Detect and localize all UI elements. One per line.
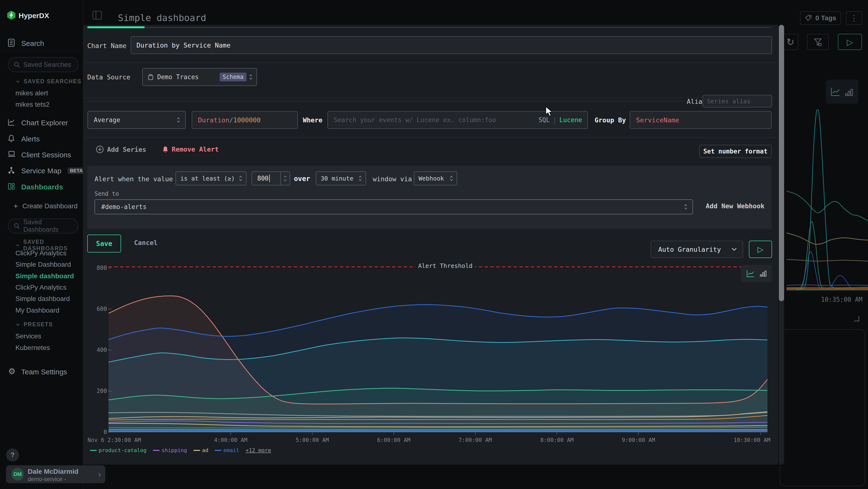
- alert-condition-select[interactable]: is at least (≥): [176, 171, 246, 185]
- webhook-select[interactable]: #demo-alerts: [94, 199, 693, 214]
- window-via-label: window via: [373, 175, 412, 183]
- dashboard-list-item[interactable]: Simple Dashboard: [16, 261, 71, 268]
- sql-mode-button[interactable]: SQL: [538, 116, 550, 123]
- sidebar-item-alerts[interactable]: Alerts: [21, 135, 40, 143]
- beta-badge: BETA: [67, 168, 85, 174]
- database-icon: [148, 74, 154, 80]
- divider: [83, 62, 778, 63]
- data-source-select[interactable]: Demo Traces Schema: [142, 68, 257, 86]
- sidebar-item-client-sessions[interactable]: Client Sessions: [21, 151, 71, 159]
- page-title: Simple dashboard: [118, 12, 206, 23]
- run-query-button[interactable]: ▷: [838, 34, 862, 50]
- legend-item[interactable]: shipping: [153, 447, 187, 453]
- legend-more-button[interactable]: +12 more: [245, 447, 271, 453]
- where-label: Where: [303, 116, 322, 124]
- chart-name-input[interactable]: [131, 37, 772, 54]
- sidebar-collapse-button[interactable]: [93, 11, 102, 20]
- create-dashboard-button[interactable]: + Create Dashboard: [13, 202, 78, 210]
- x-tick-label: 9:00:00 AM: [607, 437, 670, 443]
- brand-name: HyperDX: [19, 11, 49, 20]
- sidebar-item-chart-explorer[interactable]: Chart Explorer: [21, 119, 68, 127]
- x-tick-label: 5:00:00 AM: [281, 437, 344, 443]
- alert-channel-select[interactable]: Webhook: [414, 171, 457, 185]
- chart-name-input-wrap: [131, 36, 772, 54]
- filter-button[interactable]: [807, 34, 829, 50]
- saved-searches-placeholder: Saved Searches: [23, 61, 71, 68]
- saved-dashboards-input[interactable]: Saved Dashboards: [8, 219, 79, 233]
- field-expression-input[interactable]: Duration/1000000: [192, 111, 298, 129]
- run-chart-button[interactable]: ▷: [749, 241, 772, 258]
- granularity-select[interactable]: Auto Granularity: [651, 241, 743, 258]
- sidebar-item-service-map[interactable]: Service Map: [21, 167, 61, 175]
- legend-swatch: [153, 450, 160, 451]
- dashboard-list-item[interactable]: ClickPy Analytics: [16, 284, 66, 291]
- saved-searches-input[interactable]: Saved Searches: [8, 57, 79, 72]
- drawer-scrollbar-thumb[interactable]: [779, 25, 784, 301]
- saved-search-item[interactable]: mikes tets2: [16, 100, 50, 108]
- alias-input[interactable]: [703, 95, 772, 107]
- preset-item-kubernetes[interactable]: Kubernetes: [16, 344, 50, 352]
- gear-icon: ⚙: [8, 366, 16, 376]
- number-spinner[interactable]: [280, 172, 289, 185]
- dashboard-list-item[interactable]: ClickPy Analytics: [16, 249, 66, 257]
- saved-dashboards-placeholder: Saved Dashboards: [23, 219, 78, 233]
- group-by-input[interactable]: ServiceName: [630, 111, 772, 129]
- lucene-mode-button[interactable]: Lucene: [559, 116, 582, 123]
- cancel-button[interactable]: Cancel: [134, 239, 158, 247]
- sidebar-item-team-settings[interactable]: Team Settings: [21, 368, 67, 376]
- line-chart-icon: [830, 86, 841, 97]
- aggregation-select[interactable]: Average: [88, 111, 186, 129]
- add-new-webhook-button[interactable]: Add New Webhook: [706, 202, 765, 210]
- dashboard-list-item[interactable]: My Dashboard: [16, 307, 59, 314]
- preset-item-services[interactable]: Services: [16, 333, 41, 340]
- legend-swatch: [90, 450, 97, 451]
- spinner-up-icon: [283, 175, 287, 178]
- legend-swatch: [193, 450, 200, 451]
- sidebar-item-dashboards[interactable]: Dashboards: [21, 183, 63, 191]
- alias-input-wrap: [703, 95, 772, 107]
- kebab-menu-button[interactable]: ⋮: [846, 11, 862, 25]
- duration-chart[interactable]: [108, 268, 768, 436]
- save-button[interactable]: Save: [87, 235, 121, 253]
- saved-searches-header[interactable]: SAVED SEARCHES: [16, 78, 82, 85]
- tab-track: [145, 27, 772, 28]
- legend-item[interactable]: ad: [193, 447, 209, 453]
- alert-window-select[interactable]: 30 minute: [316, 171, 366, 185]
- alert-threshold-input[interactable]: 800: [251, 171, 290, 185]
- dashboard-list-item[interactable]: Simple dashboard: [16, 295, 70, 303]
- help-button[interactable]: ?: [6, 449, 19, 461]
- select-updown-icon: [450, 175, 453, 181]
- drawer-scrollbar-track[interactable]: [779, 25, 784, 465]
- dashboard-list-item-active[interactable]: Simple dashboard: [16, 272, 74, 280]
- search-nav-icon: [8, 39, 15, 47]
- mouse-cursor: [546, 106, 555, 117]
- refresh-button[interactable]: ↻: [782, 34, 798, 50]
- hyperdx-logo-icon: [7, 10, 16, 20]
- select-updown-icon: [358, 175, 362, 181]
- chevron-down-icon: [16, 323, 20, 326]
- select-updown-icon: [177, 117, 180, 123]
- sidebar-divider: [0, 51, 83, 51]
- legend-item[interactable]: product-catalog: [90, 447, 147, 453]
- alert-bell-icon: [162, 146, 169, 153]
- y-tick-label: 0: [88, 429, 107, 435]
- chart-explorer-icon: [8, 119, 15, 127]
- tags-button[interactable]: 0 Tags: [800, 11, 841, 25]
- legend-item[interactable]: email: [215, 447, 239, 453]
- resize-handle-icon[interactable]: [854, 316, 859, 322]
- avatar: DM: [11, 468, 24, 481]
- sidebar-item-search[interactable]: Search: [21, 39, 44, 48]
- presets-header[interactable]: PRESETS: [16, 321, 53, 328]
- add-series-button[interactable]: Add Series: [96, 146, 146, 153]
- bg-chart-type-toggle[interactable]: [826, 80, 858, 104]
- remove-alert-button[interactable]: Remove Alert: [162, 146, 219, 153]
- user-card[interactable]: DM Dale McDiarmid demo-service - ›: [6, 465, 105, 483]
- client-sessions-icon: [8, 151, 16, 159]
- service-map-icon: [8, 167, 15, 175]
- saved-search-item[interactable]: mikes alert: [16, 89, 48, 97]
- divider: [83, 137, 778, 138]
- set-number-format-button[interactable]: Set number format: [699, 145, 772, 158]
- chart-type-toggle[interactable]: [741, 265, 772, 282]
- chevron-down-icon: [16, 80, 20, 84]
- text-caret: [269, 174, 270, 182]
